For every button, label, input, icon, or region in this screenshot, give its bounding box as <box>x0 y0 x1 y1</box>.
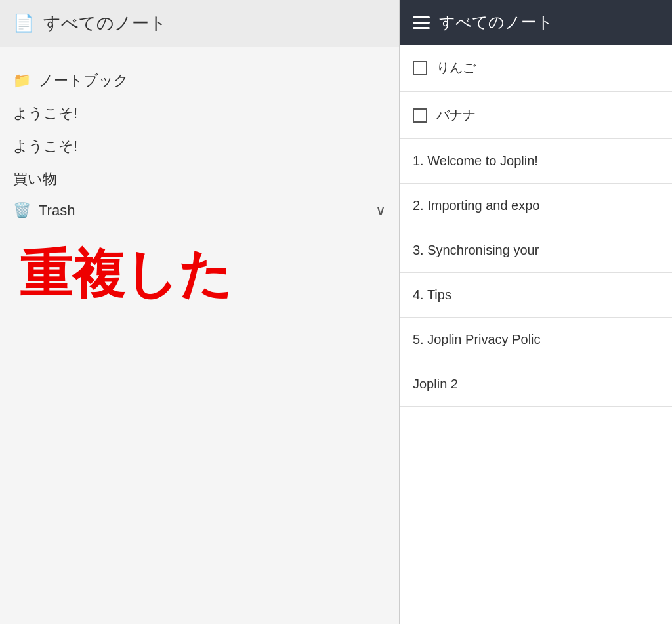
left-content: 📁 ノートブック ようこそ! ようこそ! 買い物 🗑️ Trash ∨ 重複した <box>0 47 399 336</box>
trash-left: 🗑️ Trash <box>13 202 75 219</box>
note-item-2[interactable]: ようこそ! <box>13 130 386 163</box>
item-label-ringo: りんご <box>436 59 476 77</box>
list-item-importing[interactable]: 2. Importing and expo <box>400 184 672 228</box>
item-label-banana: バナナ <box>436 106 476 124</box>
list-item-joplin2[interactable]: Joplin 2 <box>400 362 672 407</box>
checkbox-ringo[interactable] <box>413 61 427 75</box>
list-item-ringo[interactable]: りんご <box>400 45 672 92</box>
note-item-1[interactable]: ようこそ! <box>13 97 386 130</box>
checkbox-banana[interactable] <box>413 108 427 123</box>
notebook-section[interactable]: 📁 ノートブック <box>13 60 386 97</box>
note-item-3[interactable]: 買い物 <box>13 163 386 196</box>
hamburger-line-1 <box>413 16 430 18</box>
item-label-importing: 2. Importing and expo <box>413 198 539 213</box>
hamburger-icon[interactable] <box>413 16 430 29</box>
left-panel: 📄 すべてのノート 📁 ノートブック ようこそ! ようこそ! 買い物 🗑️ Tr… <box>0 0 399 624</box>
right-header-title: すべてのノート <box>439 12 553 33</box>
right-panel: すべてのノート りんご バナナ 1. Welcome to Joplin! 2.… <box>399 0 672 624</box>
right-header: すべてのノート <box>400 0 672 45</box>
item-label-privacy: 5. Joplin Privacy Polic <box>413 332 541 347</box>
list-item-welcome[interactable]: 1. Welcome to Joplin! <box>400 139 672 184</box>
notebook-icon: 📁 <box>13 72 31 89</box>
list-item-tips[interactable]: 4. Tips <box>400 273 672 318</box>
left-header: 📄 すべてのノート <box>0 0 399 47</box>
list-item-privacy[interactable]: 5. Joplin Privacy Polic <box>400 318 672 362</box>
list-item-syncing[interactable]: 3. Synchronising your <box>400 228 672 273</box>
trash-icon: 🗑️ <box>13 202 31 219</box>
chevron-down-icon[interactable]: ∨ <box>375 202 386 219</box>
notebook-label: ノートブック <box>39 71 129 91</box>
left-header-title: すべてのノート <box>43 12 167 35</box>
item-label-tips: 4. Tips <box>413 287 452 302</box>
trash-label: Trash <box>39 202 75 219</box>
right-list: りんご バナナ 1. Welcome to Joplin! 2. Importi… <box>400 45 672 407</box>
trash-row[interactable]: 🗑️ Trash ∨ <box>13 196 386 226</box>
item-label-syncing: 3. Synchronising your <box>413 243 539 258</box>
duplicate-text: 重複した <box>13 226 386 323</box>
item-label-joplin2: Joplin 2 <box>413 377 458 392</box>
hamburger-line-2 <box>413 22 430 24</box>
hamburger-line-3 <box>413 27 430 29</box>
list-item-banana[interactable]: バナナ <box>400 92 672 139</box>
item-label-welcome: 1. Welcome to Joplin! <box>413 154 538 169</box>
notes-icon: 📄 <box>13 13 34 33</box>
